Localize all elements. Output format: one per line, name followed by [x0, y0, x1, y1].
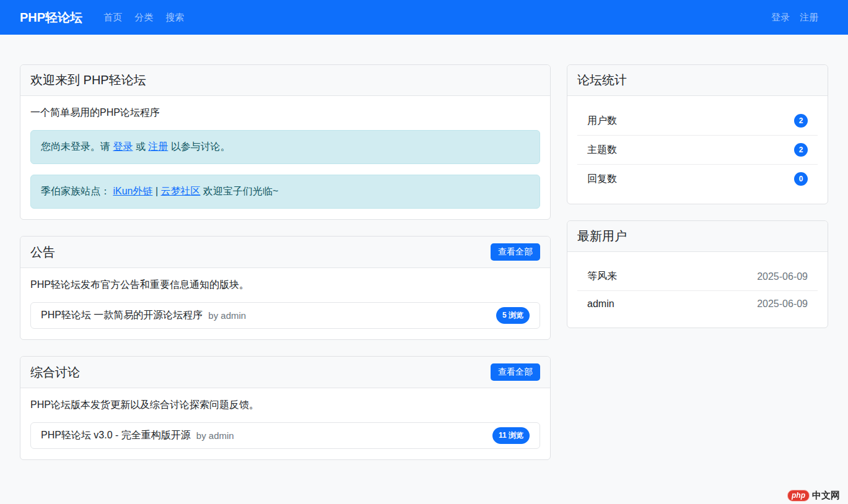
yunmeng-link[interactable]: 云梦社区: [161, 186, 201, 196]
navbar-links: 首页 分类 搜索: [103, 12, 184, 24]
login-alert: 您尚未登录。请 登录 或 注册 以参与讨论。: [30, 130, 540, 164]
stat-row-users: 用户数 2: [577, 106, 818, 136]
board-discussion-header: 综合讨论 查看全部: [20, 357, 550, 388]
navbar-auth-links: 登录 注册: [771, 12, 828, 24]
top-navbar: PHP轻论坛 首页 分类 搜索 登录 注册: [0, 0, 848, 35]
stat-row-topics: 主题数 2: [577, 136, 818, 165]
topic-author: by admin: [196, 430, 234, 441]
board-card-discussion: 综合讨论 查看全部 PHP论坛版本发货更新以及综合讨论探索问题反馈。 PHP轻论…: [20, 356, 551, 460]
ikun-link[interactable]: iKun外链: [113, 186, 152, 196]
watermark-site-text: 中文网: [812, 490, 840, 502]
page-container: 欢迎来到 PHP轻论坛 一个简单易用的PHP论坛程序 您尚未登录。请 登录 或 …: [0, 35, 848, 476]
forum-stats-card: 论坛统计 用户数 2 主题数 2 回复数 0: [567, 64, 828, 204]
user-register-date: 2025-06-09: [757, 271, 808, 282]
nav-link-register[interactable]: 注册: [800, 12, 818, 24]
board-announcements-body: PHP轻论坛发布官方公告和重要信息通知的版块。 PHP轻论坛 一款简易的开源论坛…: [20, 268, 550, 339]
board-announcements-header: 公告 查看全部: [20, 237, 550, 268]
latest-users-card: 最新用户 等风来 2025-06-09 admin 2025-06-09: [567, 220, 828, 328]
topic-views-badge: 11 浏览: [492, 427, 530, 444]
user-row: admin 2025-06-09: [577, 291, 818, 317]
board-discussion-body: PHP论坛版本发货更新以及综合讨论探索问题反馈。 PHP轻论坛 v3.0 - 完…: [20, 388, 550, 459]
topic-row[interactable]: PHP轻论坛 一款简易的开源论坛程序 by admin 5 浏览: [30, 302, 540, 329]
sidebar-column: 论坛统计 用户数 2 主题数 2 回复数 0: [567, 64, 828, 344]
user-register-date: 2025-06-09: [757, 298, 808, 310]
view-all-button-discussion[interactable]: 查看全部: [491, 363, 540, 381]
board-announcements-description: PHP轻论坛发布官方公告和重要信息通知的版块。: [30, 279, 540, 292]
nav-link-categories[interactable]: 分类: [134, 12, 153, 24]
topic-author: by admin: [208, 310, 246, 321]
topic-row[interactable]: PHP轻论坛 v3.0 - 完全重构版开源 by admin 11 浏览: [30, 422, 540, 449]
board-discussion-title: 综合讨论: [30, 364, 80, 381]
forum-stats-title: 论坛统计: [577, 72, 627, 89]
navbar-brand[interactable]: PHP轻论坛: [20, 9, 82, 26]
stat-value-badge: 2: [794, 143, 808, 157]
topic-title: PHP轻论坛 v3.0 - 完全重构版开源: [41, 429, 191, 442]
stat-label: 回复数: [587, 173, 617, 186]
latest-users-body: 等风来 2025-06-09 admin 2025-06-09: [567, 252, 828, 328]
stat-label: 用户数: [587, 115, 617, 128]
welcome-card: 欢迎来到 PHP轻论坛 一个简单易用的PHP论坛程序 您尚未登录。请 登录 或 …: [20, 64, 551, 220]
user-name: admin: [587, 298, 614, 310]
family-sites-alert: 季伯家族站点： iKun外链 | 云梦社区 欢迎宝子们光临~: [30, 175, 540, 209]
view-all-button-announcements[interactable]: 查看全部: [491, 243, 540, 261]
php-cn-watermark: php 中文网: [787, 490, 840, 502]
login-alert-prefix: 您尚未登录。请: [41, 141, 113, 152]
forum-stats-body: 用户数 2 主题数 2 回复数 0: [567, 96, 828, 204]
user-row: 等风来 2025-06-09: [577, 263, 818, 291]
nav-link-home[interactable]: 首页: [103, 12, 122, 24]
latest-users-title: 最新用户: [577, 228, 627, 245]
login-alert-suffix: 以参与讨论。: [168, 141, 230, 152]
family-alert-suffix: 欢迎宝子们光临~: [201, 186, 279, 196]
forum-stats-list: 用户数 2 主题数 2 回复数 0: [577, 106, 818, 193]
topic-views-badge: 5 浏览: [496, 307, 530, 324]
php-logo-icon: php: [787, 490, 810, 502]
register-link[interactable]: 注册: [148, 141, 168, 152]
board-announcements-title: 公告: [30, 244, 55, 261]
user-name: 等风来: [587, 270, 617, 283]
latest-users-header: 最新用户: [567, 221, 828, 252]
welcome-card-body: 一个简单易用的PHP论坛程序 您尚未登录。请 登录 或 注册 以参与讨论。 季伯…: [20, 96, 550, 219]
welcome-title: 欢迎来到 PHP轻论坛: [30, 72, 146, 89]
stat-row-replies: 回复数 0: [577, 165, 818, 193]
welcome-intro: 一个简单易用的PHP论坛程序: [30, 106, 540, 119]
topic-title: PHP轻论坛 一款简易的开源论坛程序: [41, 309, 203, 322]
main-column: 欢迎来到 PHP轻论坛 一个简单易用的PHP论坛程序 您尚未登录。请 登录 或 …: [20, 64, 551, 476]
login-link[interactable]: 登录: [113, 141, 133, 152]
forum-stats-header: 论坛统计: [567, 65, 828, 96]
nav-link-login[interactable]: 登录: [771, 12, 790, 24]
nav-link-search[interactable]: 搜索: [165, 12, 184, 24]
login-alert-middle: 或: [133, 141, 148, 152]
latest-users-list: 等风来 2025-06-09 admin 2025-06-09: [577, 263, 818, 317]
stat-value-badge: 2: [794, 114, 808, 128]
family-alert-separator: |: [152, 186, 160, 196]
family-alert-prefix: 季伯家族站点：: [41, 186, 113, 196]
welcome-card-header: 欢迎来到 PHP轻论坛: [20, 65, 550, 96]
stat-value-badge: 0: [794, 172, 808, 186]
stat-label: 主题数: [587, 144, 617, 157]
board-discussion-description: PHP论坛版本发货更新以及综合讨论探索问题反馈。: [30, 399, 540, 412]
board-card-announcements: 公告 查看全部 PHP轻论坛发布官方公告和重要信息通知的版块。 PHP轻论坛 一…: [20, 236, 551, 340]
